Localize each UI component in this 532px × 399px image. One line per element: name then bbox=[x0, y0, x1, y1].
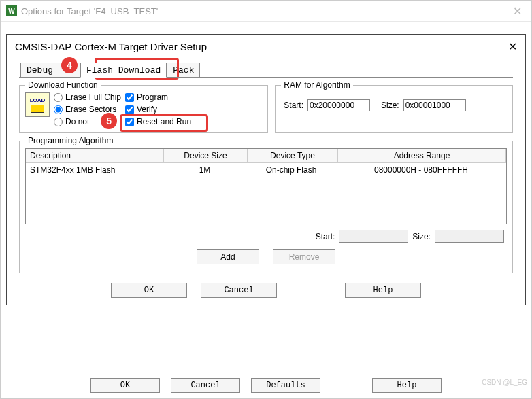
col-description[interactable]: Description bbox=[26, 149, 164, 162]
ram-start-input[interactable] bbox=[307, 99, 370, 111]
annotation-marker-4: 4 bbox=[61, 57, 78, 73]
outer-titlebar: W Options for Target 'F4_USB_TEST' ✕ bbox=[1, 1, 531, 22]
algo-size-label: Size: bbox=[412, 232, 431, 241]
outer-help-button[interactable]: Help bbox=[372, 378, 442, 393]
dialog-cancel-button[interactable]: Cancel bbox=[201, 283, 277, 298]
outer-button-row: OK Cancel Defaults Help bbox=[1, 378, 531, 393]
annotation-marker-5: 5 bbox=[101, 113, 117, 129]
table-row[interactable]: STM32F4xx 1MB Flash 1M On-chip Flash 080… bbox=[26, 163, 506, 177]
tab-pack[interactable]: Pack bbox=[167, 63, 200, 77]
load-icon-label: LOAD bbox=[30, 97, 46, 103]
target-driver-dialog: CMSIS-DAP Cortex-M Target Driver Setup ✕… bbox=[6, 34, 526, 305]
col-device-size[interactable]: Device Size bbox=[164, 149, 248, 162]
check-program[interactable]: Program bbox=[125, 92, 191, 102]
app-icon: W bbox=[6, 5, 17, 16]
ram-for-algorithm-group: RAM for Algorithm Start: Size: bbox=[275, 85, 513, 133]
check-verify[interactable]: Verify bbox=[125, 105, 191, 114]
add-button[interactable]: Add bbox=[197, 249, 259, 264]
ram-size-label: Size: bbox=[381, 101, 399, 110]
dialog-title: CMSIS-DAP Cortex-M Target Driver Setup bbox=[15, 41, 207, 52]
outer-defaults-button[interactable]: Defaults bbox=[251, 378, 320, 393]
outer-options-window: W Options for Target 'F4_USB_TEST' ✕ CMS… bbox=[0, 0, 532, 399]
watermark: CSDN @L_EG bbox=[482, 379, 527, 386]
outer-ok-button[interactable]: OK bbox=[90, 378, 160, 393]
algo-size-input bbox=[435, 230, 504, 243]
tab-flash-download[interactable]: Flash Download bbox=[80, 63, 167, 78]
dialog-ok-button[interactable]: OK bbox=[111, 283, 187, 298]
remove-button: Remove bbox=[273, 249, 335, 264]
algorithm-table[interactable]: Description Device Size Device Type Addr… bbox=[25, 148, 507, 224]
col-device-type[interactable]: Device Type bbox=[248, 149, 338, 162]
tab-debug[interactable]: Debug bbox=[20, 63, 59, 77]
ram-start-label: Start: bbox=[284, 101, 303, 110]
cell-desc: STM32F4xx 1MB Flash bbox=[26, 163, 163, 177]
col-address-range[interactable]: Address Range bbox=[338, 149, 506, 162]
dialog-help-button[interactable]: Help bbox=[345, 283, 421, 298]
cell-addr: 08000000H - 080FFFFFH bbox=[336, 163, 506, 177]
cell-size: 1M bbox=[163, 163, 246, 177]
dialog-button-row: OK Cancel Help bbox=[7, 283, 525, 298]
radio-erase-full-chip[interactable]: Erase Full Chip bbox=[54, 92, 121, 102]
check-reset-and-run[interactable]: Reset and Run bbox=[125, 117, 191, 126]
outer-cancel-button[interactable]: Cancel bbox=[171, 378, 240, 393]
cell-type: On-chip Flash bbox=[246, 163, 336, 177]
prog-algo-legend: Programming Algorithm bbox=[25, 136, 116, 145]
algo-start-input bbox=[339, 230, 408, 243]
download-function-group: Download Function LOAD Erase Full Chip E… bbox=[19, 85, 268, 133]
algo-start-label: Start: bbox=[316, 232, 335, 241]
outer-close-icon[interactable]: ✕ bbox=[509, 5, 526, 18]
programming-algorithm-group: Programming Algorithm Description Device… bbox=[19, 141, 513, 273]
download-function-legend: Download Function bbox=[25, 80, 101, 90]
ram-legend: RAM for Algorithm bbox=[281, 80, 352, 90]
ram-size-input[interactable] bbox=[403, 99, 466, 111]
table-header: Description Device Size Device Type Addr… bbox=[26, 149, 506, 163]
outer-window-title: Options for Target 'F4_USB_TEST' bbox=[21, 6, 158, 16]
tab-bar: Debug e Flash Download Pack bbox=[20, 61, 525, 77]
load-icon-chip bbox=[31, 105, 44, 113]
dialog-close-icon[interactable]: ✕ bbox=[508, 40, 517, 53]
load-icon: LOAD bbox=[25, 92, 50, 117]
